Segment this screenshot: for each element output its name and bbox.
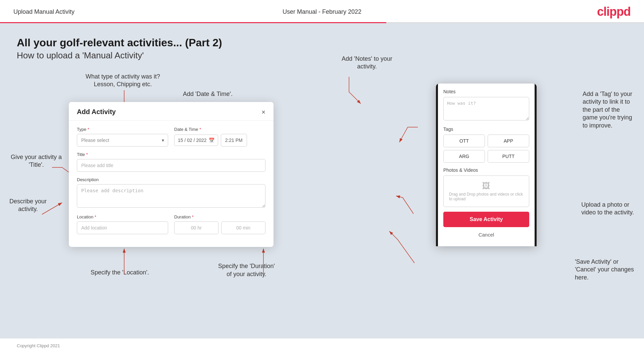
type-select[interactable]: Please select <box>77 134 168 147</box>
duration-label: Duration * <box>174 214 265 219</box>
form-group-type: Type * Please select ▾ <box>77 127 168 147</box>
location-label: Location * <box>77 214 168 219</box>
logo: clippd <box>597 5 631 19</box>
calendar-icon: 📅 <box>209 138 214 143</box>
tag-putt[interactable]: PUTT <box>488 150 529 163</box>
date-time-group: 15 / 02 / 2022 📅 2:21 PM <box>174 134 265 147</box>
tags-grid: OTT APP ARG PUTT <box>443 135 529 163</box>
date-input[interactable]: 15 / 02 / 2022 📅 <box>174 135 218 146</box>
sub-heading: How to upload a 'Manual Activity' <box>17 50 627 61</box>
time-input[interactable]: 2:21 PM <box>221 134 247 147</box>
duration-hr-input[interactable] <box>174 221 218 234</box>
location-input[interactable] <box>77 221 168 234</box>
annotation-location: Specify the 'Location'. <box>91 269 149 276</box>
annotation-what-type: What type of activity was it? Lesson, Ch… <box>86 73 160 89</box>
tag-arg[interactable]: ARG <box>443 150 485 163</box>
modal-title: Add Activity <box>77 108 116 116</box>
phone-panel: Notes Tags OTT APP ARG PUTT Photos & Vid… <box>436 84 537 246</box>
main-content: All your golf-relevant activities... (Pa… <box>0 23 644 339</box>
modal-body: Type * Please select ▾ Date & Time * <box>69 121 274 247</box>
annotation-tag: Add a 'Tag' to your activity to link it … <box>583 90 632 130</box>
annotation-duration: Specify the 'Duration' of your activity. <box>218 262 275 278</box>
annotation-notes: Add 'Notes' to your activity. <box>342 55 392 71</box>
type-select-wrapper: Please select ▾ <box>77 134 168 147</box>
duration-group <box>174 221 265 234</box>
cancel-link[interactable]: Cancel <box>443 230 529 241</box>
title-input[interactable] <box>77 159 265 172</box>
top-bar: Upload Manual Activity User Manual - Feb… <box>0 0 644 22</box>
document-subtitle: User Manual - February 2022 <box>283 8 361 15</box>
photo-upload-area[interactable]: 🖼 Drag and Drop photos and videos or cli… <box>443 175 529 207</box>
copyright: Copyright Clippd 2021 <box>0 339 644 353</box>
form-group-datetime: Date & Time * 15 / 02 / 2022 📅 2:21 PM <box>174 127 265 147</box>
photo-hint: Drag and Drop photos and videos or click… <box>449 192 524 201</box>
modal-header: Add Activity × <box>69 102 274 121</box>
annotation-date-time: Add 'Date & Time'. <box>183 90 233 98</box>
annotation-photo: Upload a photo or video to the activity. <box>581 201 634 217</box>
add-activity-modal: Add Activity × Type * Please select ▾ <box>69 102 274 247</box>
phone-inner: Notes Tags OTT APP ARG PUTT Photos & Vid… <box>438 84 535 246</box>
form-group-description: Description <box>77 177 265 209</box>
page-heading: All your golf-relevant activities... (Pa… <box>17 37 627 61</box>
photo-icon: 🖼 <box>482 181 490 191</box>
description-textarea[interactable] <box>77 184 265 208</box>
form-group-duration: Duration * <box>174 214 265 234</box>
form-group-title: Title * <box>77 152 265 172</box>
tag-app[interactable]: APP <box>488 135 529 147</box>
description-label: Description <box>77 177 265 182</box>
title-label: Title * <box>77 152 265 157</box>
main-heading: All your golf-relevant activities... (Pa… <box>17 37 627 49</box>
page-title: Upload Manual Activity <box>13 8 75 15</box>
form-group-location: Location * <box>77 214 168 234</box>
form-row-location-duration: Location * Duration * <box>77 214 265 234</box>
annotation-save: 'Save Activity' or 'Cancel' your changes… <box>575 258 634 281</box>
annotation-title: Give your activity a 'Title'. <box>11 153 62 169</box>
annotation-describe: Describe your activity. <box>9 198 47 213</box>
notes-textarea[interactable] <box>443 97 529 120</box>
modal-close-button[interactable]: × <box>261 109 265 115</box>
photos-section-label: Photos & Videos <box>443 167 529 173</box>
save-activity-button[interactable]: Save Activity <box>443 212 529 227</box>
type-label: Type * <box>77 127 168 132</box>
datetime-label: Date & Time * <box>174 127 265 132</box>
tag-ott[interactable]: OTT <box>443 135 485 147</box>
duration-min-input[interactable] <box>221 221 265 234</box>
notes-section-label: Notes <box>443 89 529 94</box>
tags-section-label: Tags <box>443 126 529 132</box>
form-row-type-date: Type * Please select ▾ Date & Time * <box>77 127 265 147</box>
